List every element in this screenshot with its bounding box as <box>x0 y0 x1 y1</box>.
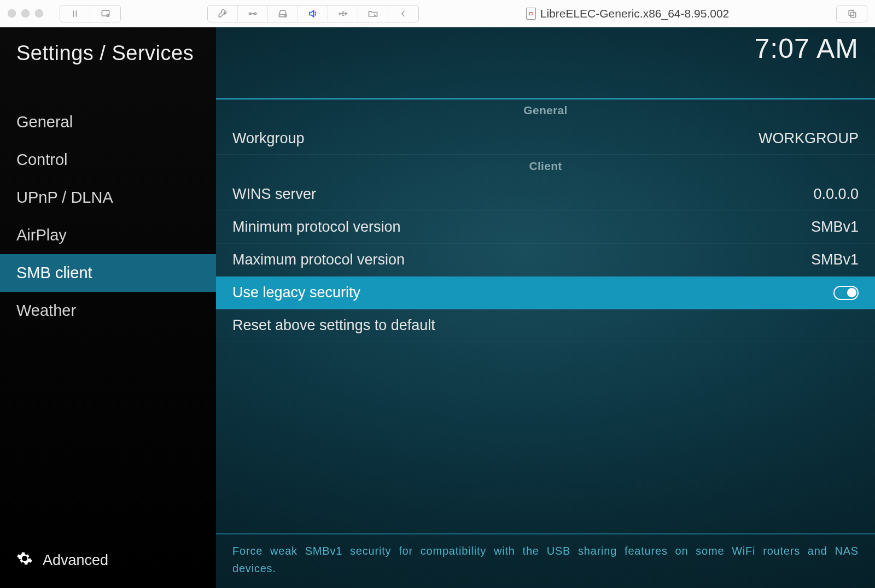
setting-label: Workgroup <box>232 130 305 147</box>
toggle-on-icon[interactable] <box>833 286 859 300</box>
window-title: ◘ LibreELEC-Generic.x86_64-8.95.002 <box>424 7 831 20</box>
sidebar-item-airplay[interactable]: AirPlay <box>0 216 216 254</box>
svg-rect-2 <box>102 10 109 16</box>
setting-label: Reset above settings to default <box>232 317 435 334</box>
fullscreen-icon[interactable] <box>837 5 867 22</box>
setting-wins-server[interactable]: WINS server 0.0.0.0 <box>216 178 875 211</box>
setting-label: Maximum protocol version <box>232 251 405 268</box>
sidebar-items: General Control UPnP / DLNA AirPlay SMB … <box>0 87 216 330</box>
audio-icon[interactable] <box>298 5 328 22</box>
minimize-window-button[interactable] <box>21 9 30 17</box>
sidebar-item-weather[interactable]: Weather <box>0 292 216 330</box>
setting-description: Force weak SMBv1 security for compatibil… <box>216 533 875 588</box>
network-icon[interactable] <box>238 5 268 22</box>
setting-max-protocol[interactable]: Maximum protocol version SMBv1 <box>216 244 875 277</box>
settings-level-label: Advanced <box>43 552 108 569</box>
svg-point-7 <box>285 15 285 16</box>
setting-label: WINS server <box>232 186 316 203</box>
svg-point-8 <box>339 13 341 14</box>
settings-wrench-icon[interactable] <box>208 5 238 22</box>
clock: 7:07 AM <box>755 33 859 64</box>
sidebar-item-general[interactable]: General <box>0 103 216 141</box>
zoom-window-button[interactable] <box>35 9 43 17</box>
setting-reset-defaults[interactable]: Reset above settings to default <box>216 309 875 342</box>
window-traffic-lights <box>8 9 43 17</box>
toolbar-group-view <box>836 5 867 22</box>
sidebar-item-smb-client[interactable]: SMB client <box>0 254 216 292</box>
vm-file-icon: ◘ <box>526 8 536 20</box>
sidebar-item-control[interactable]: Control <box>0 141 216 179</box>
setting-label: Minimum protocol version <box>232 219 401 236</box>
section-header-client: Client <box>216 155 875 178</box>
setting-value: 0.0.0.0 <box>813 186 859 203</box>
close-window-button[interactable] <box>8 9 16 17</box>
settings-main: 7:07 AM General Workgroup WORKGROUP Clie… <box>216 27 875 588</box>
power-icon[interactable] <box>90 5 120 22</box>
shared-folder-icon[interactable] <box>358 5 388 22</box>
window-title-text: LibreELEC-Generic.x86_64-8.95.002 <box>540 7 730 20</box>
toolbar-group-playback <box>60 5 121 22</box>
macos-titlebar: ◘ LibreELEC-Generic.x86_64-8.95.002 <box>0 0 875 27</box>
sidebar-item-upnp-dlna[interactable]: UPnP / DLNA <box>0 179 216 216</box>
gear-icon <box>16 550 33 571</box>
svg-rect-10 <box>850 12 855 17</box>
breadcrumb: Settings / Services <box>0 27 216 87</box>
back-chevron-icon[interactable] <box>388 5 418 22</box>
settings-content: General Workgroup WORKGROUP Client WINS … <box>216 98 875 588</box>
usb-icon[interactable] <box>328 5 358 22</box>
settings-level-button[interactable]: Advanced <box>16 550 108 571</box>
settings-sidebar: Settings / Services General Control UPnP… <box>0 27 216 588</box>
kodi-screen: Settings / Services General Control UPnP… <box>0 27 875 588</box>
setting-value: SMBv1 <box>811 219 859 236</box>
disk-icon[interactable] <box>268 5 298 22</box>
setting-min-protocol[interactable]: Minimum protocol version SMBv1 <box>216 211 875 244</box>
setting-workgroup[interactable]: Workgroup WORKGROUP <box>216 122 875 155</box>
setting-label: Use legacy security <box>232 284 360 301</box>
toolbar-group-devices <box>207 5 419 22</box>
setting-value: WORKGROUP <box>759 130 859 147</box>
setting-use-legacy-security[interactable]: Use legacy security <box>216 277 875 309</box>
pause-icon[interactable] <box>60 5 90 22</box>
setting-value: SMBv1 <box>811 251 859 268</box>
section-header-general: General <box>216 99 875 122</box>
svg-rect-9 <box>849 10 854 15</box>
